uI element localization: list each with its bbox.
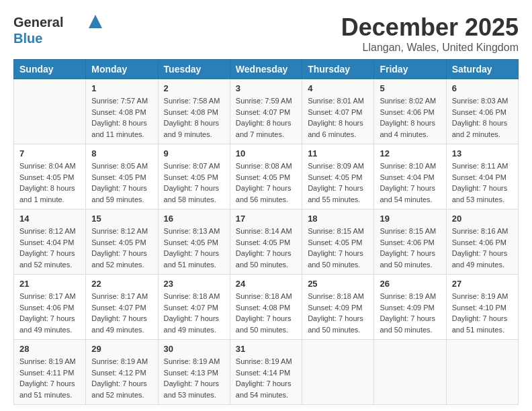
day-info: Sunrise: 8:13 AM Sunset: 4:05 PM Dayligh… — [164, 226, 224, 270]
svg-marker-1 — [89, 15, 102, 28]
month-title: December 2025 — [341, 13, 519, 42]
calendar-cell-w5-d6 — [446, 340, 518, 405]
day-info: Sunrise: 8:03 AM Sunset: 4:06 PM Dayligh… — [452, 95, 513, 140]
day-info: Sunrise: 8:01 AM Sunset: 4:07 PM Dayligh… — [308, 95, 368, 140]
day-info: Sunrise: 8:14 AM Sunset: 4:05 PM Dayligh… — [236, 226, 296, 270]
calendar-cell-w4-d4: 25Sunrise: 8:18 AM Sunset: 4:09 PM Dayli… — [302, 275, 374, 340]
day-number: 16 — [164, 214, 224, 224]
header-monday: Monday — [86, 60, 158, 79]
day-number: 11 — [308, 148, 368, 158]
day-info: Sunrise: 8:19 AM Sunset: 4:09 PM Dayligh… — [380, 291, 440, 335]
day-number: 24 — [236, 279, 296, 289]
day-info: Sunrise: 8:07 AM Sunset: 4:05 PM Dayligh… — [164, 161, 224, 205]
day-info: Sunrise: 8:18 AM Sunset: 4:09 PM Dayligh… — [308, 291, 368, 335]
day-number: 3 — [236, 83, 296, 93]
logo-blue-svg: Blue — [13, 30, 47, 46]
day-number: 2 — [164, 83, 224, 93]
calendar-cell-w2-d3: 10Sunrise: 8:08 AM Sunset: 4:05 PM Dayli… — [230, 144, 302, 210]
day-info: Sunrise: 8:19 AM Sunset: 4:12 PM Dayligh… — [91, 356, 152, 400]
day-info: Sunrise: 8:02 AM Sunset: 4:06 PM Dayligh… — [380, 95, 440, 140]
calendar-cell-w5-d4 — [302, 340, 374, 405]
location-text: Llangan, Wales, United Kingdom — [341, 42, 519, 54]
day-info: Sunrise: 8:16 AM Sunset: 4:06 PM Dayligh… — [452, 226, 513, 270]
day-info: Sunrise: 8:12 AM Sunset: 4:04 PM Dayligh… — [19, 226, 80, 270]
calendar-cell-w3-d4: 18Sunrise: 8:15 AM Sunset: 4:05 PM Dayli… — [302, 210, 374, 275]
day-number: 25 — [308, 279, 368, 289]
calendar-cell-w3-d0: 14Sunrise: 8:12 AM Sunset: 4:04 PM Dayli… — [14, 210, 86, 275]
calendar-cell-w3-d6: 20Sunrise: 8:16 AM Sunset: 4:06 PM Dayli… — [446, 210, 518, 275]
calendar-week-2: 7Sunrise: 8:04 AM Sunset: 4:05 PM Daylig… — [14, 144, 519, 210]
svg-text:Blue: Blue — [13, 31, 42, 46]
day-number: 20 — [452, 214, 513, 224]
day-number: 26 — [380, 279, 440, 289]
day-number: 6 — [452, 83, 513, 93]
day-number: 12 — [380, 148, 440, 158]
calendar-cell-w4-d1: 22Sunrise: 8:17 AM Sunset: 4:07 PM Dayli… — [86, 275, 158, 340]
day-info: Sunrise: 8:19 AM Sunset: 4:13 PM Dayligh… — [164, 356, 224, 400]
day-info: Sunrise: 8:04 AM Sunset: 4:05 PM Dayligh… — [19, 161, 80, 205]
calendar-cell-w3-d1: 15Sunrise: 8:12 AM Sunset: 4:05 PM Dayli… — [86, 210, 158, 275]
day-info: Sunrise: 8:08 AM Sunset: 4:05 PM Dayligh… — [236, 161, 296, 205]
day-info: Sunrise: 8:19 AM Sunset: 4:11 PM Dayligh… — [19, 356, 80, 400]
day-info: Sunrise: 8:09 AM Sunset: 4:05 PM Dayligh… — [308, 161, 368, 205]
day-number: 10 — [236, 148, 296, 158]
calendar-cell-w1-d4: 4Sunrise: 8:01 AM Sunset: 4:07 PM Daylig… — [302, 79, 374, 144]
day-info: Sunrise: 8:19 AM Sunset: 4:10 PM Dayligh… — [452, 291, 513, 335]
calendar-cell-w1-d1: 1Sunrise: 7:57 AM Sunset: 4:08 PM Daylig… — [86, 79, 158, 144]
header-wednesday: Wednesday — [230, 60, 302, 79]
calendar-header-row: Sunday Monday Tuesday Wednesday Thursday… — [14, 60, 519, 79]
day-info: Sunrise: 8:05 AM Sunset: 4:05 PM Dayligh… — [91, 161, 152, 205]
day-number: 13 — [452, 148, 513, 158]
calendar-cell-w2-d0: 7Sunrise: 8:04 AM Sunset: 4:05 PM Daylig… — [14, 144, 86, 210]
calendar-week-5: 28Sunrise: 8:19 AM Sunset: 4:11 PM Dayli… — [14, 340, 519, 405]
day-number: 17 — [236, 214, 296, 224]
day-info: Sunrise: 8:18 AM Sunset: 4:07 PM Dayligh… — [164, 291, 224, 335]
day-number: 15 — [91, 214, 152, 224]
day-info: Sunrise: 8:17 AM Sunset: 4:07 PM Dayligh… — [91, 291, 152, 335]
calendar-cell-w5-d0: 28Sunrise: 8:19 AM Sunset: 4:11 PM Dayli… — [14, 340, 86, 405]
calendar-cell-w1-d0 — [14, 79, 86, 144]
day-number: 19 — [380, 214, 440, 224]
day-number: 27 — [452, 279, 513, 289]
day-info: Sunrise: 7:58 AM Sunset: 4:08 PM Dayligh… — [164, 95, 224, 140]
day-info: Sunrise: 8:10 AM Sunset: 4:04 PM Dayligh… — [380, 161, 440, 205]
calendar-cell-w3-d5: 19Sunrise: 8:15 AM Sunset: 4:06 PM Dayli… — [374, 210, 446, 275]
day-number: 9 — [164, 148, 224, 158]
calendar-week-4: 21Sunrise: 8:17 AM Sunset: 4:06 PM Dayli… — [14, 275, 519, 340]
calendar-cell-w4-d2: 23Sunrise: 8:18 AM Sunset: 4:07 PM Dayli… — [158, 275, 230, 340]
header-sunday: Sunday — [14, 60, 86, 79]
day-number: 29 — [91, 344, 152, 354]
day-info: Sunrise: 8:11 AM Sunset: 4:04 PM Dayligh… — [452, 161, 513, 205]
day-number: 1 — [91, 83, 152, 93]
day-info: Sunrise: 8:15 AM Sunset: 4:06 PM Dayligh… — [380, 226, 440, 270]
header-tuesday: Tuesday — [158, 60, 230, 79]
calendar-week-1: 1Sunrise: 7:57 AM Sunset: 4:08 PM Daylig… — [14, 79, 519, 144]
calendar-cell-w2-d5: 12Sunrise: 8:10 AM Sunset: 4:04 PM Dayli… — [374, 144, 446, 210]
svg-text:General: General — [13, 15, 63, 30]
day-info: Sunrise: 7:57 AM Sunset: 4:08 PM Dayligh… — [91, 95, 152, 140]
day-number: 14 — [19, 214, 80, 224]
page-header: General Blue December 2025 Llangan, Wale… — [13, 13, 519, 54]
calendar-cell-w5-d3: 31Sunrise: 8:19 AM Sunset: 4:14 PM Dayli… — [230, 340, 302, 405]
logo-general-svg: General — [13, 13, 87, 30]
logo: General Blue — [13, 13, 102, 46]
day-info: Sunrise: 8:18 AM Sunset: 4:08 PM Dayligh… — [236, 291, 296, 335]
day-number: 22 — [91, 279, 152, 289]
calendar-cell-w4-d3: 24Sunrise: 8:18 AM Sunset: 4:08 PM Dayli… — [230, 275, 302, 340]
title-section: December 2025 Llangan, Wales, United Kin… — [341, 13, 519, 54]
calendar-cell-w5-d5 — [374, 340, 446, 405]
logo-wing-icon — [89, 15, 102, 28]
day-number: 7 — [19, 148, 80, 158]
calendar-cell-w5-d2: 30Sunrise: 8:19 AM Sunset: 4:13 PM Dayli… — [158, 340, 230, 405]
day-info: Sunrise: 8:19 AM Sunset: 4:14 PM Dayligh… — [236, 356, 296, 400]
calendar-cell-w1-d5: 5Sunrise: 8:02 AM Sunset: 4:06 PM Daylig… — [374, 79, 446, 144]
calendar-cell-w3-d3: 17Sunrise: 8:14 AM Sunset: 4:05 PM Dayli… — [230, 210, 302, 275]
calendar-cell-w4-d5: 26Sunrise: 8:19 AM Sunset: 4:09 PM Dayli… — [374, 275, 446, 340]
calendar-cell-w4-d0: 21Sunrise: 8:17 AM Sunset: 4:06 PM Dayli… — [14, 275, 86, 340]
calendar-week-3: 14Sunrise: 8:12 AM Sunset: 4:04 PM Dayli… — [14, 210, 519, 275]
calendar-cell-w1-d2: 2Sunrise: 7:58 AM Sunset: 4:08 PM Daylig… — [158, 79, 230, 144]
header-thursday: Thursday — [302, 60, 374, 79]
day-number: 4 — [308, 83, 368, 93]
day-number: 5 — [380, 83, 440, 93]
day-number: 18 — [308, 214, 368, 224]
